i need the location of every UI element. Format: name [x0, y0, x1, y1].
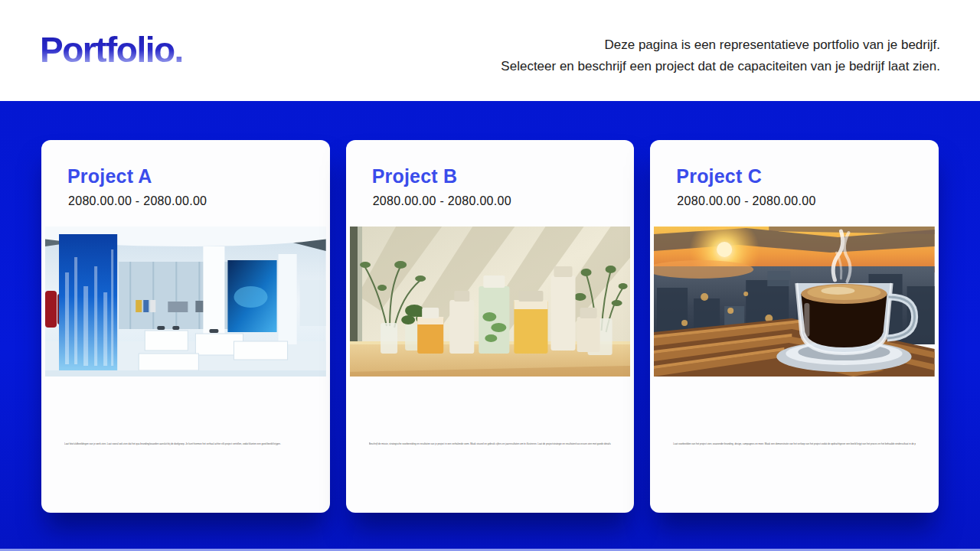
project-card-a[interactable]: Project A 2080.00.00 - 2080.00.00 [41, 140, 330, 513]
project-c-title: Project C [676, 165, 913, 187]
project-b-date: 2080.00.00 - 2080.00.00 [373, 194, 608, 208]
project-b-title: Project B [372, 165, 609, 187]
project-card-b[interactable]: Project B 2080.00.00 - 2080.00.00 [346, 140, 635, 513]
page-header: Portfolio. Deze pagina is een representa… [0, 0, 980, 101]
project-a-title: Project A [67, 165, 304, 187]
project-a-photo [45, 227, 326, 377]
project-card-c[interactable]: Project C 2080.00.00 - 2080.00.00 [650, 140, 939, 513]
page-tagline: Deze pagina is een representatieve portf… [501, 32, 940, 77]
logo: Portfolio. [40, 32, 183, 78]
project-c-description: Laat voorbeelden van het project zien, w… [673, 442, 915, 445]
tagline-line-1: Deze pagina is een representatieve portf… [501, 34, 940, 56]
project-c-photo [654, 227, 935, 377]
project-b-photo [350, 227, 631, 377]
tagline-line-2: Selecteer en beschrijf een project dat d… [501, 56, 940, 77]
project-b-description: Beschrijf de missie, strategische voorbe… [369, 442, 611, 445]
portfolio-grid: Project A 2080.00.00 - 2080.00.00 [0, 101, 980, 551]
project-c-date: 2080.00.00 - 2080.00.00 [677, 194, 912, 208]
project-a-date: 2080.00.00 - 2080.00.00 [68, 194, 303, 208]
project-a-description: Laat foto's/afbeeldingen van je werk zie… [64, 442, 306, 445]
